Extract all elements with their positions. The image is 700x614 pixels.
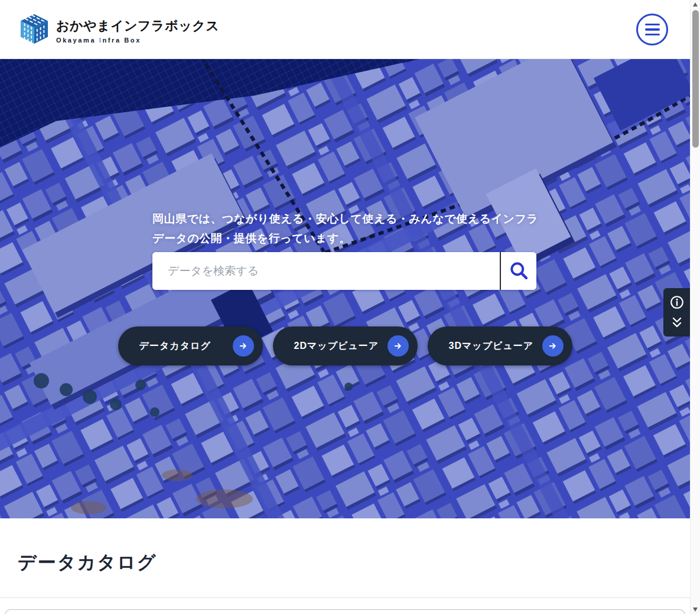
search-icon xyxy=(508,260,529,283)
data-catalog-button[interactable]: データカタログ xyxy=(118,326,263,365)
catalog-card-top xyxy=(5,609,685,614)
scrollbar-up-arrow[interactable] xyxy=(693,2,698,6)
brand-title: おかやまインフラボックス xyxy=(56,17,219,35)
collapse-button[interactable] xyxy=(670,317,684,331)
search-input[interactable] xyxy=(152,252,500,290)
isometric-box-icon xyxy=(19,13,49,47)
info-circle-icon xyxy=(669,295,685,312)
arrow-right-icon xyxy=(542,335,564,357)
floating-side-panel xyxy=(663,288,690,337)
data-catalog-section: データカタログ xyxy=(0,518,690,614)
section-heading: データカタログ xyxy=(18,551,690,574)
arrow-right-icon xyxy=(388,335,409,357)
hero-nav-buttons: データカタログ 2Dマップビューア 3Dマップビューア xyxy=(0,326,690,365)
hero-description: 岡山県では、つながり使える・安心して使える・みんなで使えるインフラデータの公開・… xyxy=(152,209,542,248)
brand-subtitle: Okayama Infra Box xyxy=(56,37,219,44)
search-box xyxy=(152,252,536,290)
double-chevron-down-icon xyxy=(670,317,684,331)
brand-logo-link[interactable]: おかやまインフラボックス Okayama Infra Box xyxy=(19,13,219,47)
2d-map-viewer-button[interactable]: 2Dマップビューア xyxy=(273,326,418,365)
vertical-scrollbar[interactable] xyxy=(690,0,700,614)
arrow-right-icon xyxy=(233,335,254,357)
hamburger-menu-button[interactable] xyxy=(636,14,668,45)
header: おかやまインフラボックス Okayama Infra Box xyxy=(0,0,690,59)
scrollbar-down-arrow[interactable] xyxy=(693,608,698,612)
hamburger-icon xyxy=(645,24,660,26)
hero-section: 岡山県では、つながり使える・安心して使える・みんなで使えるインフラデータの公開・… xyxy=(0,59,690,518)
info-button[interactable] xyxy=(669,295,685,312)
scrollbar-thumb[interactable] xyxy=(692,10,699,148)
page: おかやまインフラボックス Okayama Infra Box xyxy=(0,0,700,614)
3d-map-viewer-button[interactable]: 3Dマップビューア xyxy=(428,326,572,365)
search-button[interactable] xyxy=(500,252,536,290)
section-divider xyxy=(0,597,690,598)
